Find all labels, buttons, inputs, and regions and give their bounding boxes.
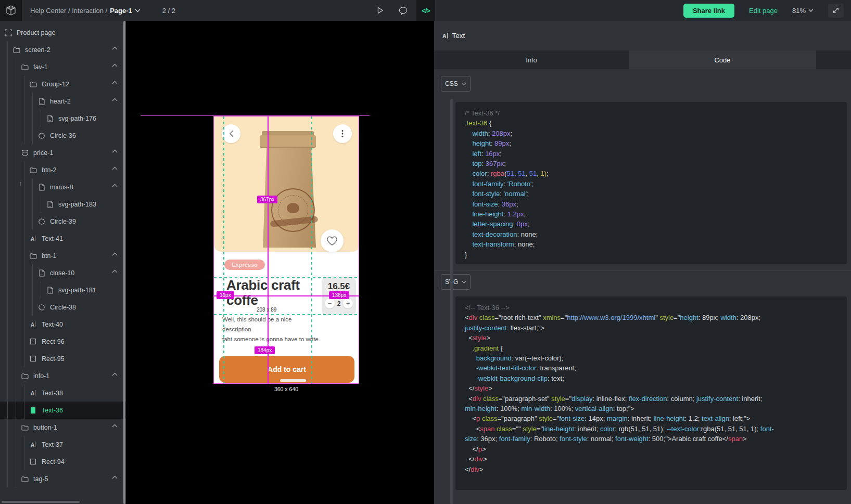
chevron-down-icon: [462, 82, 466, 85]
collapse-chevron-icon[interactable]: [112, 166, 118, 170]
layer-row-rect-94[interactable]: Rect-94: [0, 453, 126, 470]
code-line: /* Text-36 */: [465, 108, 837, 118]
layer-label: tag-5: [33, 475, 48, 483]
code-line: min-height: 100%; min-width: 100%; verti…: [465, 404, 837, 413]
layer-row-svg-path-176[interactable]: svg-path-176: [0, 110, 126, 127]
coffee-bag-image[interactable]: [260, 131, 318, 249]
svg-language-select[interactable]: SVG: [441, 274, 471, 290]
collapse-chevron-icon[interactable]: [112, 372, 118, 376]
collapse-chevron-icon[interactable]: [112, 184, 118, 187]
layer-row-rect-96[interactable]: Rect-96: [0, 333, 126, 350]
more-menu-button[interactable]: [333, 124, 352, 143]
zoom-control[interactable]: 81%: [792, 7, 814, 15]
layer-row-rect-95[interactable]: Rect-95: [0, 350, 126, 367]
tree-guide-line: [16, 93, 16, 110]
favorite-button[interactable]: [321, 229, 344, 252]
layer-row-text-36[interactable]: AText-36: [0, 402, 126, 419]
code-line: letter-spacing: 0px;: [465, 219, 837, 229]
circle-icon: [37, 217, 45, 225]
layer-row-btn-1[interactable]: btn-1: [0, 247, 126, 264]
layer-row-product page[interactable]: Product page: [0, 24, 126, 41]
layer-row-circle-38[interactable]: Circle-38: [0, 299, 126, 316]
tree-guide-line: [16, 178, 16, 196]
layer-row-text-37[interactable]: AText-37: [0, 436, 126, 453]
layer-row-fav-1[interactable]: fav-1: [0, 58, 126, 75]
fullscreen-button[interactable]: [828, 4, 844, 18]
layer-row-group-12[interactable]: Group-12: [0, 75, 126, 93]
sidebar-vertical-scrollbar[interactable]: [123, 21, 125, 504]
css-language-select[interactable]: CSS: [441, 76, 471, 92]
collapse-chevron-icon[interactable]: [112, 269, 118, 273]
tree-guide-line: [24, 161, 24, 178]
product-description[interactable]: Well, this should be a nice description …: [222, 315, 321, 344]
layer-row-heart-2[interactable]: heart-2: [0, 93, 126, 110]
phone-frame[interactable]: Expresso Arabic craft coffe Well, this s…: [213, 116, 359, 384]
tab-info[interactable]: Info: [434, 50, 629, 69]
text-layer-icon: A: [442, 33, 448, 39]
tree-guide-line: [16, 144, 16, 161]
tree-guide-line: [24, 453, 24, 470]
back-button[interactable]: [222, 124, 240, 143]
layer-row-btn-2[interactable]: btn-2: [0, 161, 126, 178]
product-title[interactable]: Arabic craft coffe: [226, 278, 315, 308]
layer-label: info-1: [33, 372, 49, 380]
tree-guide-line: [7, 316, 8, 333]
layer-row-svg-path-181[interactable]: svg-path-181: [0, 281, 126, 299]
layer-row-text-38[interactable]: AText-38: [0, 384, 126, 402]
layer-row-circle-39[interactable]: Circle-39: [0, 213, 126, 230]
design-canvas[interactable]: Expresso Arabic craft coffe Well, this s…: [126, 21, 434, 504]
tree-guide-line: [32, 178, 33, 196]
tree-guide-line: [16, 470, 16, 487]
section-divider: [434, 270, 851, 271]
layer-row-price-1[interactable]: price-1: [0, 144, 126, 161]
layer-label: Text-36: [42, 407, 63, 414]
code-line: text-transform: none;: [465, 239, 837, 249]
layer-row-info-1[interactable]: info-1: [0, 367, 126, 384]
tree-guide-line: [7, 41, 8, 58]
tab-code[interactable]: Code: [629, 50, 816, 69]
quantity-plus-button[interactable]: +: [343, 299, 353, 308]
layer-row-svg-path-183[interactable]: svg-path-183: [0, 196, 126, 213]
breadcrumb[interactable]: Help Center / Interaction / Page-1: [30, 7, 141, 15]
layer-row-close-10[interactable]: close-10: [0, 264, 126, 281]
guide-line-horizontal: [214, 314, 359, 315]
tree-guide-line: [16, 333, 16, 350]
collapse-chevron-icon[interactable]: [112, 81, 118, 84]
collapse-chevron-icon[interactable]: [112, 149, 118, 153]
layer-row-button-1[interactable]: button-1: [0, 419, 126, 436]
category-tag[interactable]: Expresso: [224, 260, 265, 270]
app-logo[interactable]: [0, 0, 22, 21]
tree-guide-line: [16, 367, 16, 384]
chevron-left-icon: [229, 130, 234, 137]
layer-row-tag-5[interactable]: tag-5: [0, 470, 126, 487]
layer-label: Circle-38: [50, 304, 76, 311]
tree-guide-line: [16, 350, 16, 367]
code-panel-button[interactable]: </>: [416, 0, 435, 21]
rect-icon: [29, 355, 37, 363]
layer-label: svg-path-183: [58, 201, 96, 208]
panel-scrollbar[interactable]: [450, 99, 453, 504]
collapse-chevron-icon[interactable]: [112, 252, 118, 256]
layer-row-text-41[interactable]: AText-41: [0, 230, 126, 247]
comment-button[interactable]: [393, 0, 412, 21]
collapse-chevron-icon[interactable]: [112, 46, 118, 50]
share-link-button[interactable]: Share link: [683, 4, 734, 18]
tree-guide-line: [7, 453, 8, 470]
sidebar-horizontal-scrollbar[interactable]: [2, 501, 80, 503]
layer-label: Text-37: [42, 441, 63, 448]
collapse-chevron-icon[interactable]: [112, 424, 118, 428]
play-button[interactable]: [371, 0, 389, 21]
folder-icon: [21, 63, 29, 71]
layer-label: Text-41: [42, 235, 63, 242]
layer-row-text-40[interactable]: AText-40: [0, 316, 126, 333]
edit-page-link[interactable]: Edit page: [749, 7, 778, 15]
collapse-chevron-icon[interactable]: [112, 475, 118, 479]
code-line: color: rgba(51, 51, 51, 1);: [465, 169, 837, 178]
collapse-chevron-icon[interactable]: [112, 63, 118, 67]
collapse-chevron-icon[interactable]: [112, 98, 118, 101]
layer-row-circle-36[interactable]: Circle-36: [0, 127, 126, 144]
layer-row-screen-2[interactable]: screen-2: [0, 41, 126, 58]
code-line: justify-content: flex-start;">: [465, 323, 837, 333]
tree-guide-line: [7, 230, 8, 247]
tree-guide-line: [7, 213, 8, 230]
